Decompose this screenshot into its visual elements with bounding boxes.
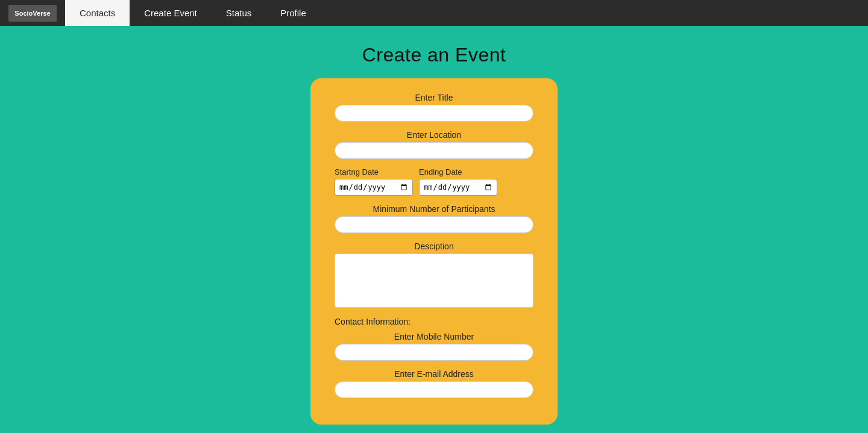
ending-date-group: Ending Date — [419, 167, 497, 196]
create-event-form: Enter Title Enter Location Startng Date … — [310, 78, 558, 425]
date-row: Startng Date Ending Date — [335, 167, 533, 196]
min-participants-label: Minimum Number of Participants — [373, 204, 495, 214]
title-input[interactable] — [335, 105, 533, 122]
min-participants-input[interactable] — [335, 216, 533, 233]
nav-logo-image: SocioVerse — [8, 5, 57, 22]
location-input[interactable] — [335, 142, 533, 159]
location-field-group: Enter Location — [335, 130, 533, 159]
page-title: Create an Event — [0, 44, 868, 66]
email-label: Enter E-mail Address — [394, 369, 474, 379]
starting-date-input[interactable] — [335, 179, 413, 196]
contact-info-label: Contact Information: — [335, 317, 410, 326]
nav-item-contacts[interactable]: Contacts — [65, 0, 130, 26]
nav-item-profile[interactable]: Profile — [266, 0, 321, 26]
description-label: Desciption — [414, 241, 453, 251]
nav-logo: SocioVerse — [0, 0, 65, 26]
ending-date-label: Ending Date — [419, 167, 462, 176]
ending-date-input[interactable] — [419, 179, 497, 196]
navbar: SocioVerse Contacts Create Event Status … — [0, 0, 868, 26]
mobile-label: Enter Mobile Number — [394, 332, 474, 341]
mobile-input[interactable] — [335, 344, 533, 361]
email-field-group: Enter E-mail Address — [335, 369, 533, 398]
mobile-field-group: Enter Mobile Number — [335, 332, 533, 361]
min-participants-field-group: Minimum Number of Participants — [335, 204, 533, 233]
description-textarea[interactable] — [335, 254, 533, 308]
starting-date-group: Startng Date — [335, 167, 413, 196]
contact-info-section: Contact Information: — [335, 316, 533, 327]
title-field-group: Enter Title — [335, 93, 533, 122]
starting-date-label: Startng Date — [335, 167, 379, 176]
nav-item-create-event[interactable]: Create Event — [130, 0, 212, 26]
email-input[interactable] — [335, 381, 533, 398]
nav-item-status[interactable]: Status — [212, 0, 266, 26]
title-label: Enter Title — [415, 93, 453, 102]
description-field-group: Desciption — [335, 241, 533, 308]
location-label: Enter Location — [407, 130, 461, 140]
